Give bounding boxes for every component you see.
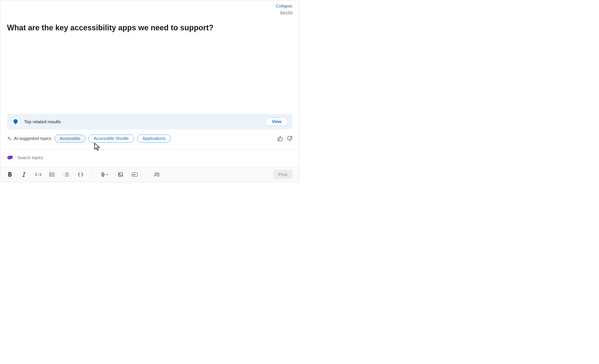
svg-rect-15 [118,173,123,177]
svg-point-19 [155,173,157,174]
search-topics-placeholder: Search topics [17,155,43,160]
svg-text:GIF: GIF [132,174,136,176]
code-block-button[interactable] [78,171,84,178]
people-button[interactable] [154,171,160,178]
svg-text:3: 3 [64,175,64,177]
content-area: Collapse 56/150 What are the key accessi… [0,0,299,167]
viva-topics-icon [7,155,13,161]
svg-text:2: 2 [64,174,64,175]
ai-suggested-label: AI-suggested topics [7,136,52,141]
thumbs-down-button[interactable] [287,136,292,142]
thumbs-up-button[interactable] [277,136,283,142]
svg-point-6 [50,173,50,173]
svg-point-2 [9,156,13,159]
question-title[interactable]: What are the key accessibility apps we n… [7,23,292,32]
bullet-list-button[interactable] [49,171,55,178]
related-results-label: Top related results [24,119,61,124]
svg-text:1: 1 [64,172,64,174]
char-count: 56/150 [276,11,292,15]
view-button[interactable]: View [265,117,288,126]
svg-point-20 [158,173,159,174]
attachment-button[interactable] [100,171,109,178]
svg-rect-0 [15,124,17,124]
toolbar-separator [146,171,146,178]
svg-point-16 [119,173,120,174]
format-toolbar: 123 GIF Post [0,167,299,182]
gif-button[interactable]: GIF [132,171,138,178]
compose-window: Collapse 56/150 What are the key accessi… [0,0,300,182]
ai-suggested-row: AI-suggested topics Accessible Accessibl… [7,134,292,147]
bold-button[interactable] [7,171,13,178]
post-button[interactable]: Post [273,170,292,179]
sparkle-icon [7,136,12,141]
topic-pill-accessible[interactable]: Accessible [54,134,86,142]
italic-button[interactable] [21,171,27,178]
svg-point-7 [50,174,50,175]
svg-point-8 [50,176,50,177]
toolbar-separator [92,171,92,178]
collapse-link[interactable]: Collapse [276,4,292,9]
image-button[interactable] [117,171,123,178]
related-results-box: Top related results View [7,114,292,129]
topic-pill-applications[interactable]: Applications [137,134,171,142]
numbered-list-button[interactable]: 123 [63,171,70,178]
search-topics-row[interactable]: Search topics [7,150,292,167]
link-button[interactable] [35,171,41,178]
top-row: Collapse 56/150 [7,4,292,15]
lightbulb-icon [11,117,20,126]
topic-pill-accessible-shuttle[interactable]: Accessible Shuttle [88,134,134,142]
